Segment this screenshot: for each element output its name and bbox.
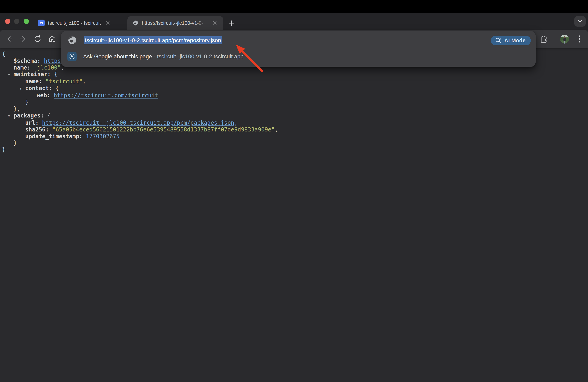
- json-token-key: packages:: [14, 112, 47, 119]
- new-tab-button[interactable]: [226, 18, 237, 28]
- url-row[interactable]: tscircuit--jlc100-v1-0-2.tscircuit.app/p…: [61, 33, 536, 48]
- json-token-key: maintainer:: [14, 71, 54, 77]
- reload-button[interactable]: [31, 33, 44, 45]
- globe-icon: [133, 20, 139, 26]
- json-line: url: https://tscircuit--jlc100.tscircuit…: [2, 119, 278, 126]
- collapse-triangle-icon[interactable]: ▼: [8, 71, 14, 78]
- json-token-punc: ,: [83, 78, 86, 85]
- window-top-strip: [0, 0, 588, 13]
- toolbar-divider: [554, 35, 554, 43]
- json-token-num: 1770302675: [86, 133, 120, 140]
- ask-google-suggestion[interactable]: Ask Google about this page - tscircuit--…: [61, 50, 536, 63]
- json-line: update_timestamp: 1770302675: [2, 133, 278, 140]
- json-line: },: [2, 105, 278, 112]
- back-arrow-icon: [8, 37, 12, 41]
- ai-mode-button[interactable]: AI Mode: [491, 36, 531, 45]
- json-link[interactable]: https: [44, 57, 61, 64]
- home-icon: [48, 35, 56, 43]
- collapse-triangle-icon[interactable]: ▼: [20, 85, 25, 92]
- forward-button[interactable]: [17, 33, 30, 45]
- json-line: ▼contact: {: [2, 85, 278, 92]
- close-tab-icon[interactable]: [210, 19, 219, 27]
- json-line: }: [2, 140, 278, 146]
- close-tab-icon[interactable]: [104, 19, 112, 27]
- json-token-key: web:: [37, 92, 54, 99]
- json-token-punc: }: [2, 146, 5, 153]
- json-token-punc: },: [14, 105, 21, 112]
- json-line: web: https://tscircuit.com/tscircuit: [2, 92, 278, 99]
- puzzle-icon: [539, 35, 548, 43]
- globe-icon: [68, 36, 77, 45]
- chrome-menu-button[interactable]: [574, 33, 585, 45]
- traffic-light-zoom[interactable]: [24, 19, 29, 24]
- json-token-key: url:: [25, 119, 42, 126]
- json-token-punc: {: [54, 71, 57, 77]
- three-dots-icon: [578, 35, 581, 43]
- json-line: name: "tscircuit",: [2, 78, 278, 85]
- back-button[interactable]: [3, 33, 16, 45]
- browser-window: {$schema: httpsname: "jlc100",▼maintaine…: [0, 0, 588, 382]
- json-token-str: "jlc100": [34, 64, 61, 71]
- json-line: sha256: "65a05b4eced56021501222bb76e6e53…: [2, 126, 278, 133]
- json-token-key: name:: [14, 64, 34, 71]
- home-button[interactable]: [46, 33, 59, 45]
- json-line: }: [2, 146, 278, 153]
- json-token-punc: ,: [234, 119, 238, 126]
- ai-mode-label: AI Mode: [504, 38, 525, 44]
- google-lens-icon: [67, 52, 77, 61]
- json-line: }: [2, 99, 278, 106]
- json-token-punc: }: [14, 140, 17, 146]
- tab-label: https://tscircuit--jlc100-v1-0-: [142, 20, 208, 26]
- json-token-key: sha256:: [25, 126, 52, 133]
- json-token-key: $schema:: [14, 57, 44, 64]
- tab-search-button[interactable]: [574, 16, 586, 27]
- tab-tscircuit-jlc100[interactable]: ts tscircuit/jlc100 - tscircuit: [34, 16, 125, 30]
- tab-label: tscircuit/jlc100 - tscircuit: [48, 20, 101, 26]
- reload-icon: [33, 35, 42, 43]
- chevron-down-icon: [577, 19, 583, 24]
- json-link[interactable]: https://tscircuit.com/tscircuit: [54, 92, 158, 99]
- tscircuit-favicon: ts: [38, 19, 45, 26]
- json-line: ▼packages: {: [2, 112, 278, 119]
- json-token-punc: }: [25, 99, 29, 105]
- json-line: ▼maintainer: {: [2, 71, 278, 78]
- extensions-button[interactable]: [538, 33, 550, 45]
- json-token-key: name:: [25, 78, 45, 85]
- omnibox-dropdown-panel: tscircuit--jlc100-v1-0-2.tscircuit.app/p…: [61, 31, 536, 67]
- traffic-light-close[interactable]: [5, 19, 10, 24]
- json-link[interactable]: https://tscircuit--jlc100.tscircuit.app/…: [42, 119, 234, 126]
- tab-repository-json[interactable]: https://tscircuit--jlc100-v1-0-: [127, 16, 223, 30]
- forward-arrow-icon: [21, 37, 25, 41]
- url-input[interactable]: tscircuit--jlc100-v1-0-2.tscircuit.app/p…: [84, 36, 222, 44]
- json-token-punc: ,: [274, 126, 278, 133]
- json-token-punc: {: [2, 51, 5, 57]
- collapse-triangle-icon[interactable]: ▼: [8, 113, 14, 119]
- suggestion-domain: tscircuit--jlc100-v1-0-2.tscircuit.app: [157, 53, 244, 59]
- json-token-str: "65a05b4eced56021501222bb76e6e5395489558…: [52, 126, 275, 133]
- json-token-key: update_timestamp:: [25, 133, 86, 140]
- json-token-str: "tscircuit": [45, 78, 83, 85]
- json-page: {$schema: httpsname: "jlc100",▼maintaine…: [0, 48, 588, 382]
- suggestion-text: Ask Google about this page - tscircuit--…: [83, 53, 243, 60]
- profile-avatar[interactable]: [560, 35, 569, 43]
- json-token-punc: {: [47, 112, 51, 119]
- avatar-photo: [560, 35, 569, 43]
- json-token-punc: {: [56, 85, 59, 92]
- traffic-light-minimize[interactable]: [14, 19, 20, 24]
- json-token-key: contact:: [25, 85, 56, 92]
- ai-mode-search-icon: [495, 37, 502, 44]
